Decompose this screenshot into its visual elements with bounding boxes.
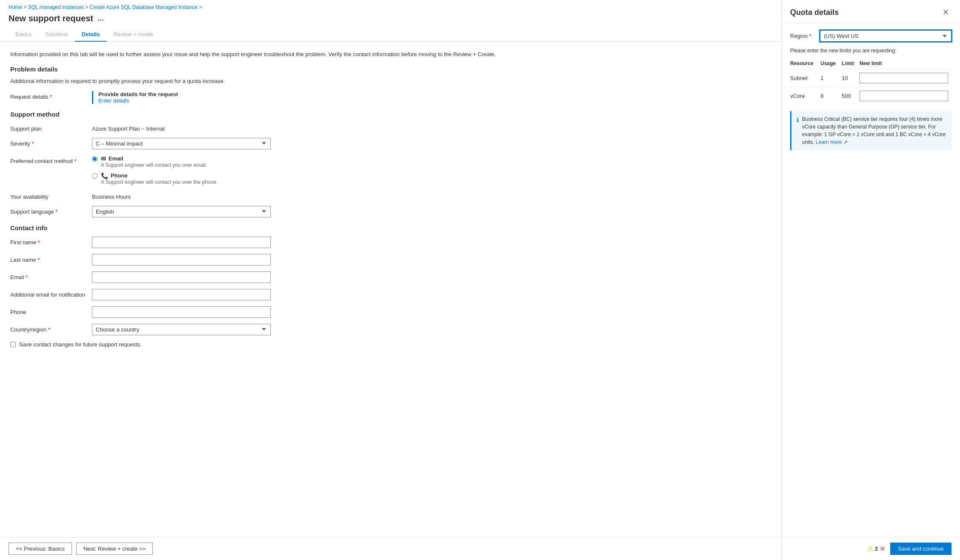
email-input[interactable] xyxy=(92,271,271,283)
quota-hint: Please enter the new limits you are requ… xyxy=(790,48,951,54)
support-plan-value: Azure Support Plan – Internal xyxy=(92,123,271,132)
contact-method-radio-group: ✉ Email A Support engineer will contact … xyxy=(92,155,271,185)
support-plan-row: Support plan Azure Support Plan – Intern… xyxy=(10,123,771,132)
email-label-contact: Email * xyxy=(10,271,87,280)
content-area: Information provided on this tab will be… xyxy=(0,42,781,537)
problem-details-title: Problem details xyxy=(10,66,771,73)
country-select[interactable]: Choose a country United States United Ki… xyxy=(92,324,271,335)
email-description: A Support engineer will contact you over… xyxy=(101,162,207,168)
enter-details-link[interactable]: Enter details xyxy=(98,97,129,104)
language-label: Support language * xyxy=(10,206,87,215)
footer-buttons: << Previous: Basics Next: Review + creat… xyxy=(0,537,781,560)
next-button[interactable]: Next: Review + create >> xyxy=(76,543,153,555)
new-limit-cell xyxy=(860,69,951,87)
learn-more-link[interactable]: Learn more xyxy=(816,139,842,145)
email-icon: ✉ xyxy=(101,155,106,162)
usage-cell: 8 xyxy=(820,87,842,105)
save-continue-button[interactable]: Save and continue xyxy=(890,543,951,555)
first-name-row: First name * xyxy=(10,237,771,248)
country-label: Country/region * xyxy=(10,324,87,333)
last-name-label: Last name * xyxy=(10,254,87,263)
more-options-button[interactable]: ... xyxy=(97,14,104,23)
save-contact-label: Save contact changes for future support … xyxy=(19,341,142,348)
email-label: ✉ Email xyxy=(101,155,207,162)
quota-header: Quota details ✕ xyxy=(782,0,960,23)
table-row: vCore 8 500 xyxy=(790,87,951,105)
contact-info-title: Contact info xyxy=(10,224,771,231)
prev-button[interactable]: << Previous: Basics xyxy=(9,543,72,555)
breadcrumb-create[interactable]: Create Azure SQL Database Managed Instan… xyxy=(89,4,198,10)
severity-label: Severity * xyxy=(10,138,87,147)
phone-option: 📞 Phone A Support engineer will contact … xyxy=(92,172,271,185)
phone-row: Phone xyxy=(10,306,771,318)
first-name-label: First name * xyxy=(10,237,87,246)
email-option: ✉ Email A Support engineer will contact … xyxy=(92,155,271,168)
new-limit-input-1[interactable] xyxy=(860,91,948,101)
tab-review-create[interactable]: Review + create xyxy=(106,28,160,42)
info-icon: ℹ xyxy=(797,116,799,146)
tab-basics[interactable]: Basics xyxy=(9,28,38,42)
col-usage: Usage xyxy=(820,59,842,69)
table-row: Subnet 1 10 xyxy=(790,69,951,87)
col-limit: Limit xyxy=(842,59,860,69)
contact-method-row: Preferred contact method * ✉ Email A Sup… xyxy=(10,155,771,185)
contact-method-label: Preferred contact method * xyxy=(10,155,87,164)
tab-bar: Basics Solutions Details Review + create xyxy=(0,28,781,42)
region-select[interactable]: (US) West US (US) East US xyxy=(820,30,951,42)
quota-panel: Quota details ✕ Region * (US) West US (U… xyxy=(781,0,960,560)
additional-email-input[interactable] xyxy=(92,289,271,300)
severity-select[interactable]: C – Minimal impact B – Moderate impact A… xyxy=(92,138,271,149)
severity-row: Severity * C – Minimal impact B – Modera… xyxy=(10,138,771,149)
problem-description: Additional information is required to pr… xyxy=(10,78,771,84)
phone-description: A Support engineer will contact you over… xyxy=(101,179,218,185)
email-row: Email * xyxy=(10,271,771,283)
quota-body: Region * (US) West US (US) East US Pleas… xyxy=(782,23,960,537)
resource-cell: Subnet xyxy=(790,69,820,87)
limit-cell: 10 xyxy=(842,69,860,87)
page-title-area: New support request ... xyxy=(0,12,781,28)
region-label: Region * xyxy=(790,33,816,39)
save-checkbox-row: Save contact changes for future support … xyxy=(10,341,771,348)
usage-cell: 1 xyxy=(820,69,842,87)
new-limit-input-0[interactable] xyxy=(860,73,948,83)
last-name-input[interactable] xyxy=(92,254,271,266)
quota-footer: ⚠ 2 ✕ Save and continue xyxy=(782,537,960,560)
phone-icon: 📞 xyxy=(101,172,108,179)
additional-email-row: Additional email for notification xyxy=(10,289,771,300)
language-row: Support language * English French German xyxy=(10,206,771,217)
col-resource: Resource xyxy=(790,59,820,69)
new-limit-cell xyxy=(860,87,951,105)
breadcrumb-home[interactable]: Home xyxy=(9,4,22,10)
availability-value: Business Hours xyxy=(92,191,271,200)
breadcrumb: Home > SQL managed instances > Create Az… xyxy=(0,0,781,12)
phone-input[interactable] xyxy=(92,306,271,318)
col-new-limit: New limit xyxy=(860,59,951,69)
country-row: Country/region * Choose a country United… xyxy=(10,324,771,335)
info-box: ℹ Business Critical (BC) service tier re… xyxy=(790,111,951,150)
language-select[interactable]: English French German xyxy=(92,206,271,217)
first-name-input[interactable] xyxy=(92,237,271,248)
tab-details[interactable]: Details xyxy=(75,28,107,42)
phone-radio[interactable] xyxy=(92,173,97,179)
email-radio[interactable] xyxy=(92,156,97,162)
region-row: Region * (US) West US (US) East US xyxy=(790,30,951,42)
availability-row: Your availability Business Hours xyxy=(10,191,771,200)
last-name-row: Last name * xyxy=(10,254,771,266)
support-method-title: Support method xyxy=(10,111,771,118)
tab-solutions[interactable]: Solutions xyxy=(38,28,75,42)
breadcrumb-sql[interactable]: SQL managed instances xyxy=(28,4,84,10)
save-contact-checkbox[interactable] xyxy=(10,342,16,347)
page-title: New support request xyxy=(9,14,93,23)
availability-label: Your availability xyxy=(10,191,87,200)
request-details-row: Request details * Provide details for th… xyxy=(10,91,771,104)
limit-cell: 500 xyxy=(842,87,860,105)
request-details-box: Provide details for the request Enter de… xyxy=(92,91,271,104)
request-details-label: Request details * xyxy=(10,91,87,100)
quota-title: Quota details xyxy=(790,8,839,17)
info-text: Information provided on this tab will be… xyxy=(10,50,771,59)
phone-label-contact: Phone xyxy=(10,306,87,315)
warning-badge: ⚠ 2 ✕ xyxy=(867,545,885,553)
quota-table: Resource Usage Limit New limit Subnet 1 … xyxy=(790,59,951,105)
additional-email-label: Additional email for notification xyxy=(10,289,87,298)
close-button[interactable]: ✕ xyxy=(940,7,951,18)
